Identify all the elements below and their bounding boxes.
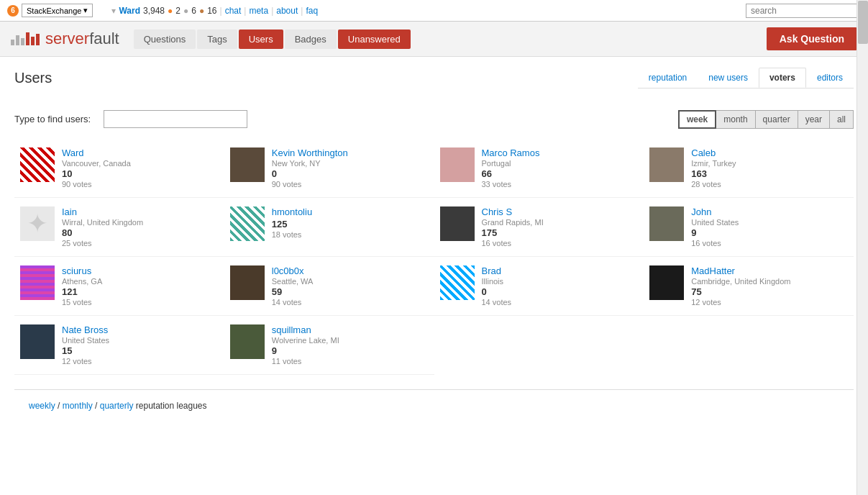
tab-editors[interactable]: editors	[806, 68, 854, 88]
user-reputation: 121	[62, 286, 102, 297]
bronze-dot: ●	[199, 6, 204, 16]
scroll-thumb[interactable]	[858, 1, 868, 44]
user-votes: 18 votes	[272, 230, 312, 239]
user-card: WardVancouver, Canada1090 votes	[14, 139, 224, 198]
user-reputation: 0	[482, 286, 512, 297]
bar5	[31, 37, 35, 45]
user-reputation: 75	[691, 286, 790, 297]
user-info: IainWirral, United Kingdom8025 votes	[62, 206, 143, 247]
user-name-link[interactable]: Nate Bross	[62, 324, 109, 335]
user-name-link[interactable]: MadHatter	[691, 265, 790, 276]
chat-link[interactable]: chat	[225, 6, 242, 16]
user-name-link[interactable]: Ward	[62, 147, 131, 158]
user-name-link[interactable]: sciurus	[62, 265, 102, 276]
nav-badges[interactable]: Badges	[285, 29, 337, 49]
user-tabs: reputation new users voters editors	[638, 68, 854, 88]
user-reputation: 163	[691, 168, 736, 179]
user-avatar	[20, 147, 55, 182]
search-input[interactable]	[746, 4, 861, 18]
dropdown-arrow-small: ▾	[111, 6, 116, 16]
main-nav: Questions Tags Users Badges Unanswered	[134, 29, 411, 49]
nav-unanswered[interactable]: Unanswered	[338, 29, 411, 49]
tab-voters[interactable]: voters	[759, 68, 806, 88]
user-avatar	[20, 265, 55, 300]
user-votes: 15 votes	[62, 298, 102, 306]
user-name-link[interactable]: Caleb	[691, 147, 736, 158]
user-name-link[interactable]: Iain	[62, 206, 143, 217]
user-name-link[interactable]: l0c0b0x	[272, 265, 314, 276]
user-info: Kevin WorthingtonNew York, NY090 votes	[272, 147, 348, 189]
user-info: WardVancouver, Canada1090 votes	[62, 147, 131, 189]
user-card: JohnUnited States916 votes	[644, 198, 854, 257]
user-name-link[interactable]: Brad	[482, 265, 512, 276]
silver-count: 6	[191, 6, 196, 16]
user-votes: 16 votes	[691, 239, 739, 247]
ask-question-button[interactable]: Ask Question	[767, 27, 857, 50]
user-location: Illinois	[482, 277, 512, 286]
user-info: squillmanWolverine Lake, MI911 votes	[272, 324, 339, 365]
nav-questions[interactable]: Questions	[134, 29, 196, 49]
user-reputation: 9	[691, 227, 739, 238]
user-card: hmontoliu12518 votes	[224, 198, 434, 257]
nav-users[interactable]: Users	[239, 29, 283, 49]
user-reputation: 66	[482, 168, 540, 179]
user-reputation: 9	[272, 345, 339, 356]
footer-suffix: reputation leagues	[136, 401, 207, 411]
nav-tags[interactable]: Tags	[197, 29, 237, 49]
tab-reputation[interactable]: reputation	[638, 68, 698, 88]
bar1	[11, 40, 14, 45]
user-name-link[interactable]: hmontoliu	[272, 206, 312, 217]
user-location: United States	[62, 336, 109, 345]
find-users-input[interactable]	[104, 110, 247, 128]
footer-monthly-link[interactable]: monthly	[63, 401, 93, 411]
user-card: l0c0b0xSeattle, WA5914 votes	[224, 257, 434, 316]
user-votes: 16 votes	[482, 239, 544, 247]
about-link[interactable]: about	[276, 6, 298, 16]
page-header: Users reputation new users voters editor…	[14, 68, 854, 88]
content: Users reputation new users voters editor…	[0, 57, 868, 432]
user-name-link[interactable]: squillman	[272, 324, 339, 335]
bar2	[16, 35, 19, 45]
user-reputation: 175	[482, 227, 544, 238]
footer: weekly / monthly / quarterly reputation …	[14, 389, 854, 422]
user-name-link[interactable]: Marco Ramos	[482, 147, 540, 158]
period-week[interactable]: week	[678, 110, 716, 129]
user-card: Chris SGrand Rapids, MI17516 votes	[434, 198, 644, 257]
bar4	[26, 32, 29, 45]
user-votes: 25 votes	[62, 239, 143, 247]
footer-weekly-link[interactable]: weekly	[29, 401, 55, 411]
period-year[interactable]: year	[798, 110, 830, 129]
logo-bars-icon	[11, 32, 40, 45]
user-card: Nate BrossUnited States1512 votes	[14, 316, 224, 375]
tab-new-users[interactable]: new users	[698, 68, 759, 88]
faq-link[interactable]: faq	[306, 6, 318, 16]
meta-link[interactable]: meta	[249, 6, 268, 16]
period-quarter[interactable]: quarter	[755, 110, 798, 129]
user-votes: 14 votes	[482, 298, 512, 306]
user-avatar	[230, 265, 265, 300]
user-location: New York, NY	[272, 159, 348, 168]
user-card: squillmanWolverine Lake, MI911 votes	[224, 316, 434, 375]
user-avatar	[649, 147, 684, 182]
user-card: ✦IainWirral, United Kingdom8025 votes	[14, 198, 224, 257]
user-card: BradIllinois014 votes	[434, 257, 644, 316]
ward-rep: 3,948	[143, 6, 165, 16]
logo: serverfault	[11, 29, 119, 48]
user-info: CalebIzmir, Turkey16328 votes	[691, 147, 736, 189]
find-users-label: Type to find users:	[14, 110, 247, 128]
silver-dot: ●	[183, 6, 188, 16]
stack-exchange-dropdown[interactable]: StackExchange ▾	[22, 4, 93, 17]
user-reputation: 10	[62, 168, 131, 179]
user-votes: 90 votes	[272, 180, 348, 189]
period-all[interactable]: all	[829, 110, 854, 129]
scrollbar[interactable]	[856, 0, 868, 432]
user-card: MadHatterCambridge, United Kingdom7512 v…	[644, 257, 854, 316]
period-month[interactable]: month	[716, 110, 755, 129]
user-name-link[interactable]: Kevin Worthington	[272, 147, 348, 158]
ward-link[interactable]: Ward	[119, 6, 140, 16]
user-name-link[interactable]: John	[691, 206, 739, 217]
user-location: Portugal	[482, 159, 540, 168]
user-name-link[interactable]: Chris S	[482, 206, 544, 217]
user-reputation: 125	[272, 219, 312, 230]
footer-quarterly-link[interactable]: quarterly	[100, 401, 134, 411]
